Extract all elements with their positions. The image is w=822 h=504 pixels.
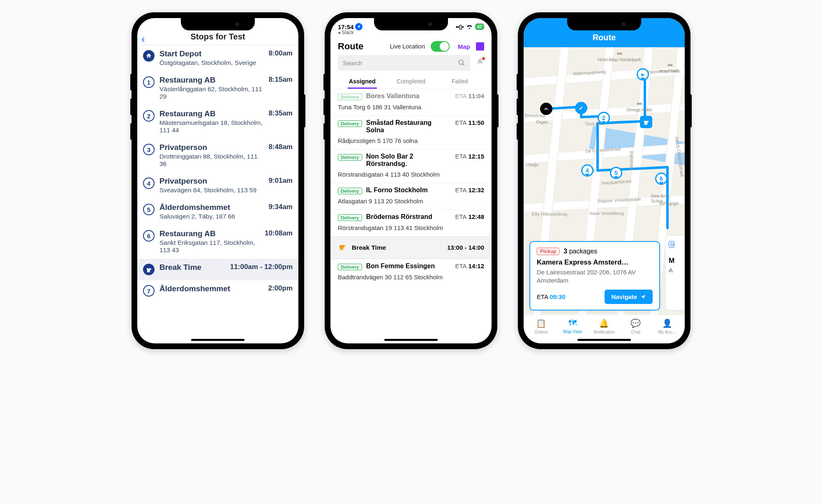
clipboard-icon: 📋 xyxy=(536,318,546,328)
stop-address: Östgötagatan, Stockholm, Sverige xyxy=(159,59,263,67)
map-marker-break[interactable] xyxy=(640,116,652,128)
stop-row[interactable]: 7Ålderdomshemmet2:00pm xyxy=(137,280,298,301)
stop-name: IL Forno Stockholm xyxy=(366,186,451,194)
route-card-next[interactable]: D M A xyxy=(665,235,685,311)
map-marker-done[interactable]: ✓ xyxy=(575,102,587,114)
map-marker-stop[interactable]: 6 xyxy=(655,173,667,185)
map-marker-stop[interactable]: 4 xyxy=(581,164,593,177)
stop-name: Brödernas Rörstrand xyxy=(366,213,451,221)
street-label: Banstraat xyxy=(629,151,635,170)
coffee-icon xyxy=(338,242,346,253)
battery-indicator: 47 xyxy=(475,23,484,30)
page-title: Stops for Test xyxy=(191,32,245,41)
stop-row[interactable]: Break Time11:00am - 12:00pm xyxy=(137,259,298,280)
tab-failed[interactable]: Failed xyxy=(435,74,484,89)
eta: ETA 12:15 xyxy=(455,153,484,160)
delivery-row[interactable]: DeliverySmåstad Restaurang SolnaETA 11:5… xyxy=(330,115,492,149)
stop-time: 10:08am xyxy=(265,229,293,254)
street-label: Etty Hillesumbrug xyxy=(532,212,567,216)
tab-notification[interactable]: 🔔Notification xyxy=(589,318,620,334)
stop-row[interactable]: 1Restaurang ABVästerlånggatan 62, Stockh… xyxy=(137,71,298,105)
back-button[interactable]: ‹ xyxy=(141,33,145,46)
route-card[interactable]: Pickup 3 packages Kamera Express Amsterd… xyxy=(529,241,660,311)
wifi-icon xyxy=(466,23,473,30)
stop-name: Ålderdomshemmet xyxy=(159,203,263,212)
stop-name: Non Solo Bar 2 Rörstrandsg. xyxy=(366,153,451,168)
live-location-label: Live Location xyxy=(390,43,425,50)
stop-address: Rörstrandsgatan 19 113 41 Stockholm xyxy=(338,224,484,231)
stop-number: 5 xyxy=(143,204,155,215)
stop-name: Break Time xyxy=(159,263,225,272)
stop-address: Rörstrandsgatan 4 113 40 Stockholm xyxy=(338,171,484,178)
search-input[interactable]: Search xyxy=(338,55,470,71)
stop-name: Bores Vallentuna xyxy=(366,92,451,100)
delivery-row[interactable]: DeliveryBon Femme EssingenETA 14:12Baddt… xyxy=(330,259,492,285)
stop-name: Start Depot xyxy=(159,49,263,58)
svg-point-0 xyxy=(459,60,463,64)
map-view[interactable]: Willemsparkweg Palestrinastraat Oud-Zuid… xyxy=(524,47,685,315)
eta: ETA 11:50 xyxy=(455,119,484,126)
map-poi: Organ… xyxy=(536,120,552,124)
delivery-badge: Delivery xyxy=(338,120,362,127)
navigate-button[interactable]: Navigate xyxy=(605,290,653,304)
break-label: Break Time xyxy=(352,244,441,251)
tab-completed[interactable]: Completed xyxy=(387,74,436,89)
pickup-badge: Pickup xyxy=(537,248,559,255)
stop-row[interactable]: 6Restaurang ABSankt Eriksgatan 117, Stoc… xyxy=(137,225,298,259)
stop-time: 8:35am xyxy=(268,109,293,134)
map-link[interactable]: Map xyxy=(458,43,470,50)
map-poi: 🛏Hotel Atlas Vondelpark xyxy=(598,51,641,62)
tab-assigned[interactable]: Assigned xyxy=(338,74,387,89)
person-icon: 👤 xyxy=(662,318,672,328)
stop-address: Mästersamuelsgatan 18, Stockholm, 111 44 xyxy=(159,119,263,134)
eta: ETA 09:30 xyxy=(537,293,566,300)
stop-row[interactable]: 4PrivatpersonSveavägen 84, Stockholm, 11… xyxy=(137,173,298,199)
stop-time: 11:00am - 12:00pm xyxy=(230,263,293,275)
stop-name: Privatperson xyxy=(159,143,263,152)
delivery-row[interactable]: DeliveryNon Solo Bar 2 Rörstrandsg.ETA 1… xyxy=(330,149,492,183)
stop-time: 2:00pm xyxy=(268,284,293,297)
search-icon xyxy=(458,59,465,67)
stop-row[interactable]: Start DepotÖstgötagatan, Stockholm, Sver… xyxy=(137,45,298,71)
break-range: 13:00 - 14:00 xyxy=(447,244,484,251)
delivery-row[interactable]: DeliveryBrödernas RörstrandETA 12:48Rörs… xyxy=(330,209,492,236)
stop-number: 4 xyxy=(143,177,155,189)
map-marker-stop[interactable]: 5 xyxy=(610,167,622,179)
delivery-row[interactable]: DeliveryBores VallentunaETA 11:04Tuna To… xyxy=(330,89,492,115)
live-location-toggle[interactable] xyxy=(431,41,450,52)
map-marker-start[interactable] xyxy=(540,103,552,115)
deliveries-list[interactable]: DeliveryBores VallentunaETA 11:04Tuna To… xyxy=(330,89,492,343)
stop-address: Sankt Eriksgatan 117, Stockholm, 113 43 xyxy=(159,239,260,254)
tab-account[interactable]: 👤My Acc… xyxy=(651,318,683,334)
stop-name: Kamera Express Amsterd… xyxy=(537,258,653,267)
stop-time: 9:01am xyxy=(268,177,293,194)
map-marker-stop[interactable]: 2 xyxy=(598,112,610,124)
notifications-icon[interactable] xyxy=(476,58,484,68)
stop-name: Restaurang AB xyxy=(159,76,263,85)
eta: ETA 12:32 xyxy=(455,186,484,193)
delivery-row[interactable]: DeliveryIL Forno StockholmETA 12:32Atlas… xyxy=(330,183,492,209)
tab-chat[interactable]: 💬Chat xyxy=(620,318,651,334)
stop-number: 3 xyxy=(143,144,155,155)
stop-number: 7 xyxy=(143,285,155,297)
stops-list[interactable]: Start DepotÖstgötagatan, Stockholm, Sver… xyxy=(137,45,298,343)
stop-address: Rådjursstigen 5 170 76 solna xyxy=(338,137,484,144)
stop-row[interactable]: 5ÅlderdomshemmetSaluvägen 2, Täby, 187 6… xyxy=(137,199,298,225)
tab-orders[interactable]: 📋Orders xyxy=(525,318,557,334)
search-placeholder: Search xyxy=(343,60,458,67)
stop-row[interactable]: 3PrivatpersonDrottninggatan 88, Stockhol… xyxy=(137,139,298,173)
packages-count: 3 packages xyxy=(563,248,597,255)
stop-time: 8:48am xyxy=(268,143,293,168)
map-icon[interactable] xyxy=(476,42,484,51)
tab-map-view[interactable]: 🗺Map View xyxy=(557,318,589,334)
chat-icon: 💬 xyxy=(630,318,641,328)
map-marker-play[interactable]: ▸ xyxy=(637,68,649,81)
stop-row[interactable]: 2Restaurang ABMästersamuelsgatan 18, Sto… xyxy=(137,105,298,139)
stop-name: Bon Femme Essingen xyxy=(366,262,451,270)
stop-name: Ålderdomshemmet xyxy=(159,284,263,293)
delivery-badge: Delivery xyxy=(338,264,362,270)
stop-address: Baddtrandvägen 30 112 65 Stockholm xyxy=(338,274,484,281)
stop-name: Restaurang AB xyxy=(159,229,260,238)
stop-address: Saluvägen 2, Täby, 187 66 xyxy=(159,213,263,220)
breadcrumb[interactable]: ◂ Slack xyxy=(330,30,492,35)
